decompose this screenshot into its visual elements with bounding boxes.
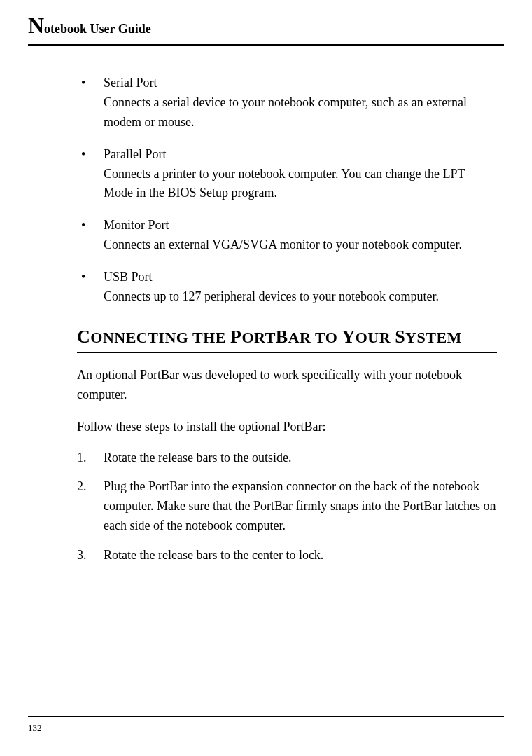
bullet-desc: Connects an external VGA/SVGA monitor to…: [104, 238, 462, 252]
bullet-title: Serial Port: [104, 74, 497, 93]
header-title: Notebook User Guide: [28, 22, 151, 36]
heading-part: ORT: [241, 329, 275, 346]
follow-paragraph: Follow these steps to install the option…: [77, 418, 497, 437]
header-dropcap: N: [28, 13, 44, 38]
page-footer: 132: [28, 716, 504, 734]
header-title-rest: otebook User Guide: [44, 22, 151, 36]
list-item: Monitor Port Connects an external VGA/SV…: [77, 216, 497, 255]
heading-part: YSTEM: [405, 329, 462, 346]
section-heading-wrap: CONNECTING THE PORTBAR TO YOUR SYSTEM: [77, 327, 497, 353]
bullet-title: Parallel Port: [104, 145, 497, 165]
heading-part: P: [230, 327, 241, 347]
bullet-desc: Connects a printer to your notebook comp…: [104, 167, 465, 200]
list-item: Parallel Port Connects a printer to your…: [77, 145, 497, 204]
heading-part: Y: [342, 327, 355, 347]
bullet-desc: Connects up to 127 peripheral devices to…: [104, 289, 439, 303]
step-number: 3.: [77, 546, 87, 565]
page-content: Serial Port Connects a serial device to …: [28, 46, 504, 565]
list-item: 1. Rotate the release bars to the outsid…: [77, 448, 497, 468]
port-bullet-list: Serial Port Connects a serial device to …: [77, 74, 497, 307]
heading-part: ONNECTING THE: [90, 329, 230, 346]
list-item: 3. Rotate the release bars to the center…: [77, 546, 497, 565]
step-number: 1.: [77, 448, 87, 468]
bullet-title: USB Port: [104, 268, 497, 287]
page-header: Notebook User Guide: [28, 0, 504, 46]
section-heading: CONNECTING THE PORTBAR TO YOUR SYSTEM: [77, 329, 462, 346]
bullet-title: Monitor Port: [104, 216, 497, 235]
step-text: Plug the PortBar into the expansion conn…: [104, 479, 496, 532]
list-item: 2. Plug the PortBar into the expansion c…: [77, 477, 497, 536]
install-steps-list: 1. Rotate the release bars to the outsid…: [77, 448, 497, 565]
heading-part: S: [395, 327, 405, 347]
page-number: 132: [28, 722, 42, 733]
heading-part: OUR: [356, 329, 395, 346]
heading-part: B: [276, 327, 288, 347]
list-item: USB Port Connects up to 127 peripheral d…: [77, 268, 497, 307]
intro-paragraph: An optional PortBar was developed to wor…: [77, 366, 497, 405]
bullet-desc: Connects a serial device to your noteboo…: [104, 95, 467, 129]
list-item: Serial Port Connects a serial device to …: [77, 74, 497, 132]
heading-part: C: [77, 327, 90, 347]
step-text: Rotate the release bars to the outside.: [104, 451, 291, 465]
heading-part: AR TO: [288, 329, 342, 346]
step-number: 2.: [77, 477, 87, 497]
step-text: Rotate the release bars to the center to…: [104, 548, 323, 562]
